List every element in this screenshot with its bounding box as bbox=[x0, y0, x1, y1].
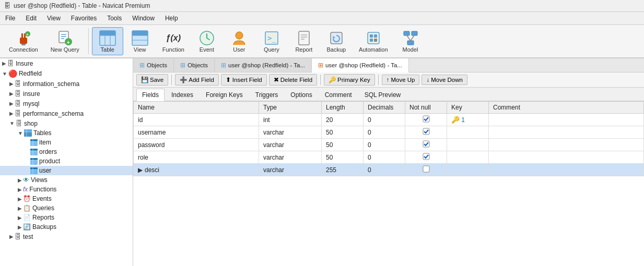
svg-rect-36 bbox=[404, 31, 409, 35]
field-notnull[interactable] bbox=[405, 126, 447, 139]
sub-tab-fields[interactable]: Fields bbox=[136, 89, 165, 101]
sidebar-item-product[interactable]: product bbox=[0, 156, 133, 166]
delete-field-button[interactable]: ✖ Delete Field bbox=[269, 74, 317, 86]
sidebar-item-mysql[interactable]: ▶🗄mysql bbox=[0, 99, 133, 108]
table-row[interactable]: passwordvarchar500 bbox=[134, 139, 644, 151]
function-label: Function bbox=[162, 46, 184, 53]
field-type: varchar bbox=[259, 151, 322, 164]
menu-window[interactable]: Window bbox=[127, 13, 160, 23]
sidebar-item-information_schema[interactable]: ▶🗄information_schema bbox=[0, 79, 133, 89]
menu-help[interactable]: Help bbox=[160, 13, 183, 23]
model-toolbar-btn[interactable]: Model bbox=[395, 27, 426, 55]
move-down-button[interactable]: ↓ Move Down bbox=[421, 75, 467, 85]
col-comment: Comment bbox=[489, 102, 644, 114]
move-up-button[interactable]: ↑ Move Up bbox=[382, 75, 420, 85]
sub-tab-indexes[interactable]: Indexes bbox=[166, 89, 199, 101]
expand-arrow: ▶ bbox=[9, 234, 14, 239]
sidebar-item-queries[interactable]: ▶📋Queries bbox=[0, 203, 133, 213]
sidebar-item-redfield[interactable]: ▼🔴Redfield bbox=[0, 68, 133, 79]
sub-tab-foreign-keys[interactable]: Foreign Keys bbox=[200, 89, 249, 101]
svg-rect-61 bbox=[423, 116, 429, 122]
report-label: Report bbox=[295, 46, 312, 53]
sidebar-item-backups[interactable]: ▶🔄Backups bbox=[0, 222, 133, 232]
toolbar-separator-3 bbox=[378, 75, 379, 85]
event-toolbar-btn[interactable]: Event bbox=[191, 27, 223, 55]
up-icon: ↑ bbox=[387, 77, 390, 83]
tab-bar: ⊞Objects⊞Objects⊞user @shop (Redfield) -… bbox=[133, 58, 644, 72]
query-toolbar-btn[interactable]: >_Query bbox=[256, 27, 287, 55]
tab-tab2[interactable]: ⊞user @shop (Redfield) - Ta... bbox=[312, 58, 409, 72]
table-toolbar-btn[interactable]: Table bbox=[92, 27, 123, 55]
field-name: ▶desci bbox=[134, 164, 259, 176]
table-row[interactable]: idint200🔑 1 bbox=[134, 114, 644, 126]
field-notnull[interactable] bbox=[405, 151, 447, 164]
view-toolbar-btn[interactable]: View bbox=[124, 27, 156, 55]
menu-view[interactable]: View bbox=[42, 13, 66, 23]
backups-icon: 🔄 bbox=[23, 223, 31, 231]
sidebar-item-orders[interactable]: orders bbox=[0, 147, 133, 156]
tab-objects[interactable]: ⊞Objects bbox=[133, 58, 174, 72]
sidebar-item-tables[interactable]: ▼Tables bbox=[0, 128, 133, 138]
col-decimals: Decimals bbox=[364, 102, 405, 114]
report-icon bbox=[296, 30, 312, 46]
sidebar-label-insure: insure bbox=[23, 90, 40, 98]
db-icon: 🗄 bbox=[15, 80, 21, 88]
field-notnull[interactable] bbox=[405, 164, 447, 176]
toolbar-separator-1 bbox=[171, 75, 172, 85]
sidebar-label-product: product bbox=[39, 158, 60, 165]
backup-label: Backup bbox=[327, 46, 346, 53]
sidebar-item-test[interactable]: ▶🗄test bbox=[0, 232, 133, 241]
sidebar-item-insure-root[interactable]: ▶🗄Insure bbox=[0, 58, 133, 68]
new-query-toolbar-btn[interactable]: +New Query bbox=[45, 27, 85, 55]
sidebar-item-views[interactable]: ▶👁Views bbox=[0, 175, 133, 185]
tab-tab1[interactable]: ⊞user @shop (Redfield) - Ta... bbox=[215, 58, 312, 72]
sidebar-label-reports: Reports bbox=[32, 214, 54, 221]
table-row[interactable]: rolevarchar500 bbox=[134, 151, 644, 164]
sub-tab-sql-preview[interactable]: SQL Preview bbox=[359, 89, 407, 101]
function-icon: ƒ(x) bbox=[165, 30, 182, 46]
field-decimals: 0 bbox=[364, 151, 405, 164]
sub-tab-triggers[interactable]: Triggers bbox=[250, 89, 284, 101]
field-notnull[interactable] bbox=[405, 139, 447, 151]
report-toolbar-btn[interactable]: Report bbox=[288, 27, 320, 55]
field-key bbox=[447, 126, 489, 139]
connection-toolbar-btn[interactable]: +Connection bbox=[3, 27, 44, 55]
sidebar-item-item[interactable]: item bbox=[0, 138, 133, 147]
insert-field-button[interactable]: ⬆ Insert Field bbox=[221, 74, 267, 86]
sub-tab-comment[interactable]: Comment bbox=[319, 89, 358, 101]
sidebar-item-reports[interactable]: ▶📄Reports bbox=[0, 213, 133, 222]
model-label: Model bbox=[403, 46, 418, 53]
sub-tab-options[interactable]: Options bbox=[285, 89, 318, 101]
save-button[interactable]: 💾 Save bbox=[136, 74, 168, 86]
primary-key-button[interactable]: 🔑 Primary Key bbox=[324, 74, 375, 86]
menu-favorites[interactable]: Favorites bbox=[66, 13, 102, 23]
field-notnull[interactable] bbox=[405, 114, 447, 126]
svg-line-39 bbox=[407, 35, 411, 41]
sidebar-item-performance_schema[interactable]: ▶🗄performance_schema bbox=[0, 108, 133, 118]
table-row[interactable]: ▶descivarchar2550 bbox=[134, 164, 644, 176]
sidebar-item-user[interactable]: user bbox=[0, 166, 133, 175]
sidebar-item-events[interactable]: ▶⏰Events bbox=[0, 194, 133, 203]
db-icon: 🗄 bbox=[7, 59, 14, 67]
sidebar-label-user: user bbox=[39, 167, 51, 174]
expand-arrow: ▼ bbox=[2, 71, 7, 77]
sidebar-item-shop[interactable]: ▼🗄shop bbox=[0, 118, 133, 128]
add-field-button[interactable]: ➕ Add Field bbox=[175, 74, 219, 86]
fields-table: NameTypeLengthDecimalsNot nullKeyComment… bbox=[133, 101, 644, 176]
menu-file[interactable]: File bbox=[0, 13, 20, 23]
user-toolbar-btn[interactable]: User bbox=[224, 27, 255, 55]
sidebar-item-functions[interactable]: ▶fxFunctions bbox=[0, 185, 133, 194]
tab-label: Objects bbox=[188, 62, 208, 68]
menu-edit[interactable]: Edit bbox=[20, 13, 42, 23]
tab-icon: ⊞ bbox=[318, 62, 323, 69]
automation-toolbar-btn[interactable]: Automation bbox=[353, 27, 394, 55]
sidebar-item-insure[interactable]: ▶🗄insure bbox=[0, 89, 133, 99]
table-row[interactable]: usernamevarchar500 bbox=[134, 126, 644, 139]
titlebar-text: user @shop (Redfield) - Table - Navicat … bbox=[14, 2, 150, 9]
backup-toolbar-btn[interactable]: Backup bbox=[321, 27, 352, 55]
table-icon bbox=[99, 30, 116, 46]
objects-label: Objects bbox=[147, 62, 167, 68]
menu-tools[interactable]: Tools bbox=[102, 13, 127, 23]
tab-objects[interactable]: ⊞Objects bbox=[174, 58, 215, 72]
function-toolbar-btn[interactable]: ƒ(x)Function bbox=[157, 27, 190, 55]
